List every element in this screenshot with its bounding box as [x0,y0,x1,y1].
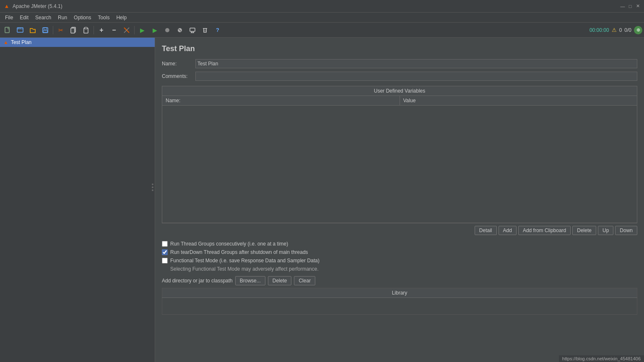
checkbox-functional-mode-row: Functional Test Mode (i.e. save Response… [162,258,637,264]
clear-all-button[interactable] [121,24,132,36]
main-layout: ▲ Test Plan Test Plan Name: Comments: Us… [0,38,644,362]
stop-now-button[interactable] [174,24,186,36]
save-button[interactable] [39,24,51,36]
run-button[interactable]: ▶ [136,24,148,36]
stop-button[interactable] [161,24,173,36]
resize-handle[interactable] [152,184,153,191]
toolbar-sep-1 [53,26,53,34]
remote-button[interactable] [187,24,198,36]
udv-table: Name: Value [162,96,637,223]
checkbox-run-thread-groups-row: Run Thread Groups consecutively (i.e. on… [162,241,637,247]
title-text: Apache JMeter (5.4.1) [13,3,620,9]
detail-button[interactable]: Detail [475,226,497,235]
templates-button[interactable] [14,24,26,36]
toolbar-sep-2 [93,26,94,34]
warning-count: 0 [619,27,622,33]
udv-section: User Defined Variables Name: Value [162,86,637,223]
page-title: Test Plan [162,44,637,53]
browse-button[interactable]: Browse... [235,276,265,285]
classpath-section: Add directory or jar to classpath Browse… [162,276,637,315]
add-row-button[interactable]: Add [499,226,517,235]
menu-tools[interactable]: Tools [94,14,113,21]
toolbar: ✂ + − ▶ ▶ ? 00:00:00 ⚠ 0 0/0 ⊕ [0,23,644,38]
svg-rect-7 [43,31,47,32]
sidebar-item-testplan[interactable]: ▲ Test Plan [0,38,155,47]
menu-file[interactable]: File [2,14,16,21]
warning-icon: ⚠ [612,27,617,33]
menu-run[interactable]: Run [55,14,70,21]
cut-button[interactable]: ✂ [55,24,67,36]
toolbar-right: 00:00:00 ⚠ 0 0/0 ⊕ [589,26,642,34]
udv-col-name: Name: [162,96,400,106]
functional-mode-label: Functional Test Mode (i.e. save Response… [170,258,319,264]
open-button[interactable] [27,24,39,36]
copy-button[interactable] [68,24,79,36]
run-no-pause-button[interactable]: ▶ [149,24,161,36]
up-button[interactable]: Up [598,226,613,235]
clear-button[interactable] [199,24,211,36]
add-button[interactable]: + [96,24,107,36]
checkboxes-section: Run Thread Groups consecutively (i.e. on… [162,241,637,272]
app-icon: ▲ [3,3,10,10]
sidebar-item-label: Test Plan [11,39,31,45]
name-row: Name: [162,59,637,68]
title-bar: ▲ Apache JMeter (5.4.1) — □ ✕ [0,0,644,13]
error-count: 0/0 [624,27,631,33]
delete-cp-button[interactable]: Delete [268,276,292,285]
comments-row: Comments: [162,72,637,81]
run-thread-groups-checkbox[interactable] [162,241,168,247]
paste-button[interactable] [80,24,92,36]
library-table: Library [162,288,637,315]
minimize-button[interactable]: — [620,3,626,9]
remove-button[interactable]: − [108,24,120,36]
library-table-body [162,298,637,315]
udv-table-body [162,106,637,223]
menu-search[interactable]: Search [32,14,55,21]
svg-point-14 [165,28,169,32]
library-empty-row [162,298,637,315]
menu-edit[interactable]: Edit [16,14,32,21]
down-button[interactable]: Down [615,226,637,235]
timer-display: 00:00:00 [589,27,609,33]
globe-button[interactable]: ⊕ [634,26,642,34]
content-area: Test Plan Name: Comments: User Defined V… [155,38,644,362]
checkbox-run-teardown-row: Run tearDown Thread Groups after shutdow… [162,249,637,255]
svg-rect-11 [85,27,87,29]
menu-options[interactable]: Options [70,14,94,21]
delete-row-button[interactable]: Delete [572,226,596,235]
status-bar: https://blog.csdn.net/weixin_45481406 [559,355,644,362]
menu-help[interactable]: Help [113,14,130,21]
clear-cp-button[interactable]: Clear [294,276,315,285]
window-controls: — □ ✕ [620,3,641,9]
svg-rect-17 [190,28,195,31]
comments-label: Comments: [162,73,195,79]
new-button[interactable] [2,24,13,36]
add-clipboard-button[interactable]: Add from Clipboard [518,226,571,235]
udv-empty-row [162,106,637,223]
comments-input[interactable] [195,72,637,81]
library-col: Library [162,288,637,298]
classpath-row: Add directory or jar to classpath Browse… [162,276,637,285]
run-teardown-label: Run tearDown Thread Groups after shutdow… [170,249,308,255]
name-label: Name: [162,61,195,67]
sidebar: ▲ Test Plan [0,38,155,362]
run-teardown-checkbox[interactable] [162,249,168,255]
menu-bar: File Edit Search Run Options Tools Help [0,13,644,23]
classpath-label: Add directory or jar to classpath [162,278,233,284]
name-input[interactable] [195,59,637,68]
toolbar-sep-3 [134,26,135,34]
functional-mode-checkbox[interactable] [162,258,168,264]
svg-rect-0 [5,27,9,33]
svg-rect-9 [71,28,75,33]
testplan-icon: ▲ [3,39,8,45]
udv-header: User Defined Variables [162,86,637,96]
run-thread-groups-label: Run Thread Groups consecutively (i.e. on… [170,241,288,247]
maximize-button[interactable]: □ [627,3,633,9]
functional-note: Selecting Functional Test Mode may adver… [170,266,637,272]
table-buttons: Detail Add Add from Clipboard Delete Up … [162,226,637,235]
close-button[interactable]: ✕ [635,3,641,9]
status-url: https://blog.csdn.net/weixin_45481406 [562,356,641,361]
svg-rect-5 [43,28,48,33]
help-button[interactable]: ? [212,24,223,36]
udv-col-value: Value [400,96,637,106]
